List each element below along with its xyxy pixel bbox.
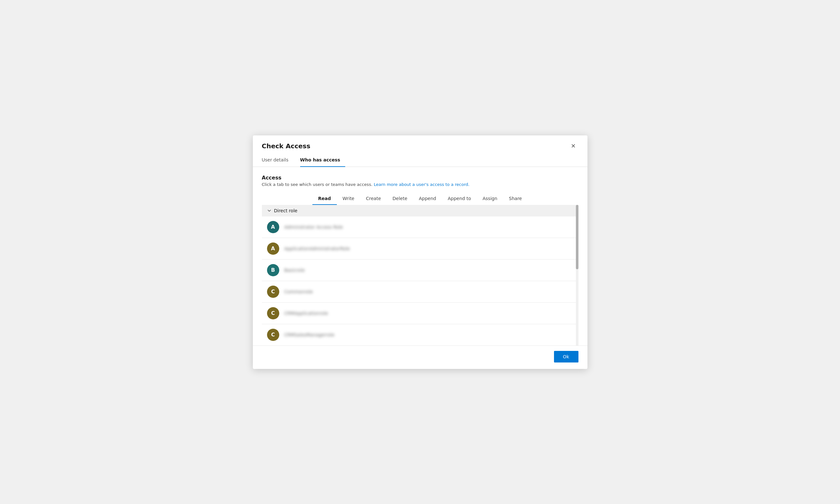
user-name: ApplicationAdministratorRole (284, 246, 350, 251)
close-button[interactable]: ✕ (568, 142, 578, 150)
list-container: Direct role A Administrator Access Role … (262, 205, 578, 345)
access-tab-share[interactable]: Share (503, 193, 528, 205)
user-name: Administrator Access Role (284, 224, 343, 230)
tab-user-details[interactable]: User details (262, 154, 294, 167)
section-direct-role[interactable]: Direct role (262, 205, 578, 216)
avatar: A (267, 221, 279, 233)
user-name: Commonrole (284, 289, 313, 294)
check-access-dialog: Check Access ✕ User details Who has acce… (253, 136, 587, 369)
table-row: C Commonrole (262, 281, 578, 303)
avatar: C (267, 307, 279, 319)
access-tab-write[interactable]: Write (337, 193, 360, 205)
access-tab-create[interactable]: Create (360, 193, 387, 205)
dialog-title: Check Access (262, 142, 310, 150)
scrollbar-track (576, 205, 578, 345)
list-scroll[interactable]: Direct role A Administrator Access Role … (262, 205, 578, 345)
dialog-footer: Ok (253, 345, 587, 369)
dialog-header: Check Access ✕ (253, 136, 587, 150)
access-tab-assign[interactable]: Assign (477, 193, 503, 205)
tab-who-has-access[interactable]: Who has access (300, 154, 345, 167)
learn-more-link[interactable]: Learn more about a user's access to a re… (374, 182, 470, 187)
access-tab-delete[interactable]: Delete (387, 193, 413, 205)
table-row: C CRMSalesManagerrole (262, 324, 578, 345)
access-tabs: Read Write Create Delete Append Append t… (262, 193, 578, 205)
access-title: Access (262, 175, 578, 181)
user-name: Basicrole (284, 268, 305, 273)
scrollbar-thumb[interactable] (576, 205, 578, 269)
access-tab-append[interactable]: Append (413, 193, 442, 205)
content-area: Access Click a tab to see which users or… (253, 167, 587, 345)
table-row: A ApplicationAdministratorRole (262, 238, 578, 259)
avatar: C (267, 329, 279, 341)
ok-button[interactable]: Ok (554, 351, 578, 362)
avatar: B (267, 264, 279, 276)
access-tab-append-to[interactable]: Append to (442, 193, 477, 205)
user-name: CRMApplicationrole (284, 311, 328, 316)
section-label: Direct role (274, 208, 298, 213)
chevron-down-icon (267, 209, 271, 213)
avatar: C (267, 286, 279, 298)
table-row: B Basicrole (262, 259, 578, 281)
access-tab-read[interactable]: Read (312, 193, 337, 205)
table-row: A Administrator Access Role (262, 216, 578, 238)
user-name: CRMSalesManagerrole (284, 332, 335, 337)
table-row: C CRMApplicationrole (262, 303, 578, 324)
avatar: A (267, 242, 279, 255)
access-subtitle: Click a tab to see which users or teams … (262, 182, 578, 187)
top-tabs: User details Who has access (253, 154, 587, 167)
